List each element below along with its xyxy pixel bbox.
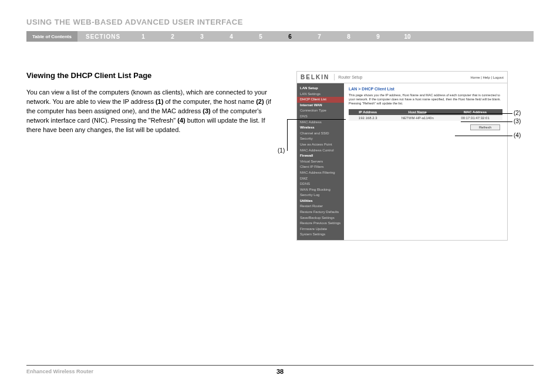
sidebar-item[interactable]: Restore Previous Settings [297,221,344,227]
table-header: IP Address [349,109,387,115]
callout-3: (3) [514,118,521,124]
table-header: MAC Address [448,109,502,115]
sidebar-item[interactable]: Security [297,136,344,142]
sidebar-item[interactable]: MAC Address [297,120,344,126]
sidebar-item[interactable]: Internet WAN [297,103,344,109]
table-cell: NETWM-HP-a1140n [387,115,448,121]
footer-page-number: 38 [276,368,284,375]
table-row: 192.168.2.3NETWM-HP-a1140n00:17:31:47:32… [349,115,502,121]
sidebar-item[interactable]: Firmware Update [297,227,344,232]
section-link-5[interactable]: 5 [246,33,275,40]
router-brand: BELKIN [301,74,335,80]
refresh-button[interactable]: Refresh [470,124,500,130]
table-cell: 192.168.2.3 [349,115,387,121]
sidebar-item[interactable]: DHCP Client List [297,97,344,103]
section-link-9[interactable]: 9 [363,33,393,40]
sidebar-item[interactable]: WAN Ping Blocking [297,187,344,193]
toc-link[interactable]: Table of Contents [26,31,77,42]
section-link-3[interactable]: 3 [187,33,217,40]
article-heading: Viewing the DHCP Client List Page [26,71,273,80]
router-breadcrumb: LAN > DHCP Client List [349,87,502,91]
sidebar-item[interactable]: MAC Address Control [297,148,344,154]
section-link-7[interactable]: 7 [305,33,334,40]
page-title: USING THE WEB-BASED ADVANCED USER INTERF… [26,18,534,26]
callout-1: (1) [278,147,285,154]
section-link-4[interactable]: 4 [217,33,246,40]
table-header: Host Name [387,109,448,115]
sections-label: SECTIONS [77,33,129,40]
sidebar-item[interactable]: Restore Factory Defaults [297,209,344,215]
callout-4: (4) [514,132,521,138]
sidebar-item[interactable]: Channel and SSID [297,131,344,137]
section-link-1[interactable]: 1 [129,33,158,40]
sidebar-item[interactable]: MAC Address Filtering [297,170,344,176]
section-link-10[interactable]: 10 [393,33,422,40]
sidebar-item[interactable]: Firewall [297,153,344,159]
sidebar-item[interactable]: Client IP Filters [297,164,344,170]
article-paragraph: You can view a list of the computers (kn… [26,88,273,135]
section-link-2[interactable]: 2 [158,33,187,40]
sidebar-item[interactable]: DDNS [297,181,344,187]
router-top-links[interactable]: Home | Help | Logout [471,76,504,79]
section-link-8[interactable]: 8 [334,33,363,40]
footer-product-name: Enhanced Wireless Router [26,369,93,374]
sidebar-item[interactable]: Utilities [297,198,344,204]
table-cell: 00:17:31:47:32:01 [448,115,502,121]
sidebar-item[interactable]: Restart Router [297,204,344,209]
router-description: This page shows you the IP address, Host… [349,93,502,106]
sidebar-item[interactable]: LAN Setup [297,86,344,92]
sidebar-item[interactable]: Connection Type [297,108,344,114]
router-sidebar: LAN SetupLAN SettingsDHCP Client ListInt… [297,83,344,240]
sidebar-item[interactable]: LAN Settings [297,92,344,97]
router-main-panel: LAN > DHCP Client List This page shows y… [344,83,507,240]
section-nav-bar: Table of Contents SECTIONS 12345678910 [26,31,534,42]
sidebar-item[interactable]: Use as Access Point [297,142,344,148]
router-title: Router Setup [338,75,470,79]
sidebar-item[interactable]: System Settings [297,232,344,238]
sidebar-item[interactable]: Save/Backup Settings [297,215,344,221]
page-footer: Enhanced Wireless Router 38 [26,365,534,374]
sidebar-item[interactable]: Security Log [297,192,344,198]
sidebar-item[interactable]: DMZ [297,176,344,182]
section-link-6[interactable]: 6 [275,33,305,40]
sidebar-item[interactable]: Wireless [297,125,344,131]
router-screenshot: BELKIN Router Setup Home | Help | Logout… [296,71,508,241]
sidebar-item[interactable]: Virtual Servers [297,159,344,165]
callout-2: (2) [514,110,521,116]
